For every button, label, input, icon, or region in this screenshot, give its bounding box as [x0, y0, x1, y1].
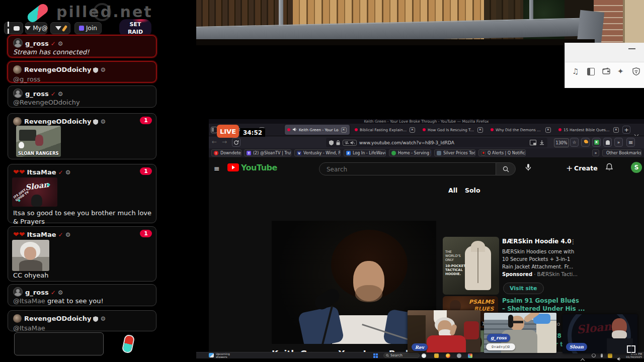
- notifications-bell-icon[interactable]: [605, 163, 613, 173]
- message-mention[interactable]: @ItsaMae: [13, 297, 45, 305]
- video-menu-icon[interactable]: ⋮: [571, 297, 577, 304]
- gear-icon[interactable]: ⚙: [58, 289, 63, 296]
- chat-message[interactable]: RevengeODdoichy⚙ @g_ross: [8, 61, 156, 82]
- highlight-filter-button[interactable]: [50, 22, 70, 34]
- username[interactable]: g_ross: [25, 289, 49, 296]
- visit-site-button[interactable]: Visit site: [503, 283, 544, 294]
- tray-expand-chevron[interactable]: [581, 354, 584, 362]
- video-title-line[interactable]: – Sheltered Under His ...: [502, 305, 585, 313]
- url-text[interactable]: www.youtube.com/watch?v=h89-3_ldRDA: [359, 140, 454, 145]
- tab-how-god[interactable]: How God Is Rescuing Trail ✕: [420, 125, 486, 135]
- chip-all[interactable]: All: [448, 187, 457, 194]
- volume-icon[interactable]: [617, 353, 621, 357]
- app-menu-button[interactable]: ≡: [626, 138, 635, 147]
- tab-why-demons[interactable]: Why Did the Demons Ask ✕: [488, 125, 553, 135]
- username[interactable]: RevengeODdoichy: [24, 315, 91, 322]
- gear-icon[interactable]: ⚙: [65, 169, 71, 176]
- filter-mentions-button[interactable]: My@: [25, 22, 47, 34]
- bookmark-star-icon[interactable]: ☆: [570, 138, 579, 147]
- tab-close-button[interactable]: ✕: [341, 127, 347, 133]
- username[interactable]: ItsaMae: [27, 231, 56, 238]
- gear-icon[interactable]: ⚙: [100, 118, 106, 125]
- bookmark-item[interactable]: VVentusky - Wind, Rain...: [294, 149, 341, 156]
- create-button[interactable]: Create: [574, 164, 598, 172]
- gif-thumbnail[interactable]: Sloan ITS JUST GOOD TV: [12, 177, 57, 207]
- extension-icon-green[interactable]: X: [592, 138, 601, 147]
- youtube-logo-text[interactable]: YouTube: [241, 163, 277, 172]
- tab-audio-icon[interactable]: [292, 127, 297, 133]
- site-permissions[interactable]: [343, 140, 357, 146]
- create-plus-icon[interactable]: +: [566, 163, 573, 173]
- chat-message[interactable]: ❤❤ItsaMae✓⚙ 1 CC ohyeah: [8, 226, 156, 282]
- network-icon[interactable]: [592, 353, 596, 357]
- lock-icon[interactable]: [336, 140, 340, 145]
- chat-message[interactable]: g_ross✓⚙ Stream has connected!: [8, 35, 156, 57]
- gear-icon[interactable]: ⚙: [58, 90, 63, 98]
- chat-message[interactable]: g_ross✓⚙ @RevengeODdoichy: [8, 85, 156, 108]
- ad-menu-icon[interactable]: ⋮: [570, 238, 576, 245]
- bookmark-item[interactable]: Q Alerts | Q Notificati...: [478, 149, 526, 156]
- ad-title[interactable]: BÆRSkin Hoodie 4.0: [502, 238, 572, 245]
- fullscreen-icon[interactable]: [627, 345, 635, 353]
- bookmark-item[interactable]: FLog In - LifeWave - Lif...: [344, 149, 386, 156]
- sidebar-panel-icon[interactable]: [587, 68, 595, 75]
- extensions-overflow-button[interactable]: »: [614, 138, 623, 147]
- message-mention[interactable]: @g_ross: [13, 75, 151, 83]
- media-icon[interactable]: ♫: [572, 67, 579, 76]
- message-mention[interactable]: @ItsaMae: [13, 324, 151, 332]
- mic-tray-icon[interactable]: [601, 353, 603, 357]
- extension-icon-orange[interactable]: [581, 138, 590, 147]
- gif-thumbnail[interactable]: SLOAN RANGERS: [16, 126, 61, 157]
- tab-close-button[interactable]: ✕: [410, 127, 415, 133]
- join-button[interactable]: Join: [74, 22, 102, 34]
- chat-input[interactable]: [14, 332, 104, 355]
- tab-keith-green-active[interactable]: Keith Green - Your Lo ✕: [285, 125, 350, 135]
- wallet-icon[interactable]: [602, 67, 610, 76]
- message-mention[interactable]: @RevengeODdoichy: [13, 98, 151, 107]
- gear-icon[interactable]: ⚙: [100, 315, 106, 322]
- chip-solo[interactable]: Solo: [465, 187, 480, 194]
- tab-close-button[interactable]: ✕: [545, 127, 551, 133]
- chat-message[interactable]: g_ross✓⚙ @ItsaMae great to see you!: [8, 284, 156, 306]
- gear-icon[interactable]: ⚙: [100, 66, 106, 73]
- other-bookmarks-button[interactable]: Other Bookmarks: [602, 149, 641, 156]
- gear-icon[interactable]: ⚙: [65, 231, 71, 238]
- minimize-button[interactable]: [628, 48, 635, 49]
- folder-tray-icon[interactable]: [608, 353, 612, 358]
- url-bar[interactable]: www.youtube.com/watch?v=h89-3_ldRDA: [326, 138, 547, 147]
- bookmark-item[interactable]: T(2) @SloanTV | Truth S...: [244, 149, 291, 156]
- gear-icon[interactable]: ⚙: [58, 40, 63, 47]
- pip-icon[interactable]: [530, 140, 536, 145]
- bookmark-item[interactable]: Home - Serving the Fi...: [389, 149, 431, 156]
- account-avatar[interactable]: S: [631, 162, 642, 173]
- tab-close-button[interactable]: ✕: [477, 127, 483, 133]
- widget-text[interactable]: Upcoming showers: [216, 352, 230, 358]
- new-tab-button[interactable]: +: [622, 126, 630, 134]
- tab-close-button[interactable]: ✕: [613, 127, 619, 133]
- file-explorer-icon[interactable]: [434, 353, 439, 358]
- download-icon[interactable]: [539, 140, 544, 145]
- username[interactable]: RevengeODdoichy: [24, 66, 91, 73]
- chat-message[interactable]: ❤❤ItsaMae✓⚙ 1 Sloan ITS JUST GOOD TV Its…: [8, 164, 156, 223]
- tab-biblical-fasting[interactable]: Biblical Fasting Explained ✕: [352, 125, 418, 135]
- chat-message[interactable]: RevengeODdoichy⚙ 1 SLOAN RANGERS: [8, 113, 156, 159]
- bookmark-item[interactable]: !Downdetector: [211, 149, 242, 156]
- secure-network-icon[interactable]: [632, 67, 640, 77]
- bookmark-item[interactable]: Silver Prices Today - P...: [434, 149, 475, 156]
- username[interactable]: ItsaMae: [27, 168, 56, 176]
- username[interactable]: g_ross: [25, 40, 49, 47]
- sparkle-copilot-icon[interactable]: ✦: [617, 67, 624, 76]
- firefox-icon[interactable]: [446, 353, 450, 358]
- photo-thumbnail[interactable]: [12, 240, 49, 271]
- chat-message[interactable]: RevengeODdoichy⚙ @ItsaMae: [8, 310, 156, 331]
- send-pill-icon[interactable]: [121, 334, 135, 353]
- windows-start-button[interactable]: [373, 353, 378, 358]
- youtube-logo-icon[interactable]: [227, 163, 239, 171]
- widgets-weather-icon[interactable]: [209, 353, 214, 357]
- mic-icon[interactable]: [525, 163, 532, 174]
- search-button[interactable]: [496, 162, 516, 175]
- zoom-level-indicator[interactable]: 130%: [554, 138, 569, 147]
- username[interactable]: g_ross: [25, 90, 49, 98]
- reload-button[interactable]: [232, 138, 240, 147]
- bookmarks-overflow-button[interactable]: »: [592, 149, 599, 156]
